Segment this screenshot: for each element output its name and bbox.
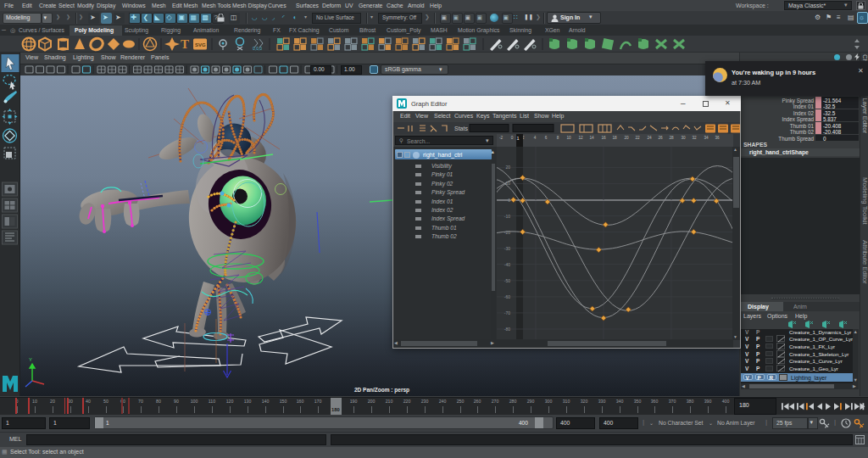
svg-text:-70: -70: [504, 310, 510, 316]
svg-text:10: 10: [505, 181, 510, 186]
svg-text:-10: -10: [504, 214, 510, 219]
svg-text:0: 0: [508, 198, 510, 203]
svg-text:-50: -50: [504, 278, 510, 283]
svg-text:-40: -40: [504, 262, 510, 267]
svg-text:Stats: Stats: [454, 126, 468, 131]
svg-text:20: 20: [505, 165, 510, 170]
svg-text:Y: Y: [29, 357, 32, 362]
svg-text:-30: -30: [504, 246, 510, 251]
svg-text:-20: -20: [504, 230, 510, 235]
svg-text:-60: -60: [504, 294, 510, 299]
svg-text:-80: -80: [504, 327, 510, 332]
